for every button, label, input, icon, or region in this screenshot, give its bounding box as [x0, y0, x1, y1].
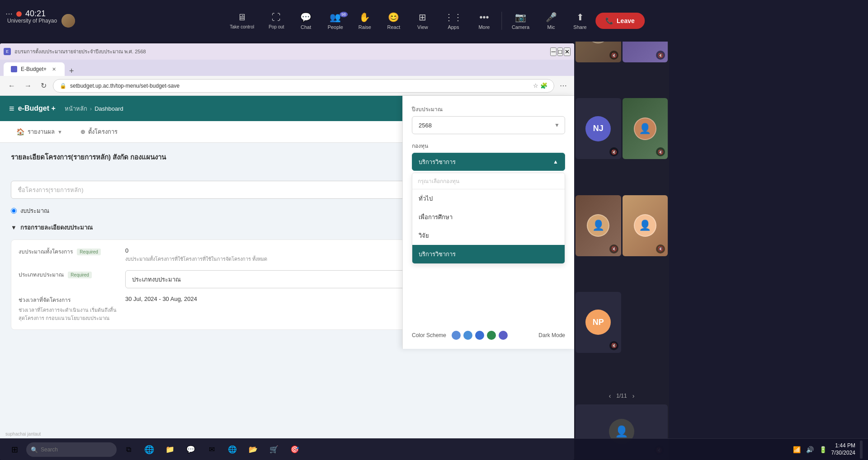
files-button[interactable]: 📂 [244, 441, 262, 459]
phone-icon: 📞 [605, 17, 613, 24]
network-icon[interactable]: 📶 [791, 444, 802, 455]
raise-button[interactable]: ✋ Raise [351, 9, 378, 33]
budget-radio[interactable] [11, 208, 17, 214]
chevron-down-icon-section: ▼ [11, 224, 17, 231]
dropdown-item-education[interactable]: เพื่อการศึกษา [412, 208, 565, 226]
dropdown-item-research[interactable]: วิจัย [412, 226, 565, 245]
taskbar-clock[interactable]: 1:44 PM 7/30/2024 [831, 442, 855, 456]
browser-tabbar: E-Budget+ ✕ + [0, 60, 574, 76]
university-name: University of Phayao [7, 18, 57, 24]
more-button[interactable]: ••• More [471, 9, 498, 33]
window-app-icon: E [4, 48, 11, 55]
take-control-icon: 🖥 [237, 12, 246, 23]
browser-button[interactable]: 🌐 [223, 441, 241, 459]
close-button[interactable]: ✕ [564, 47, 571, 56]
camera-button[interactable]: 📷 Camera [505, 9, 536, 33]
address-box[interactable]: 🔒 setbudget.up.ac.th/top-menu/set-budget… [53, 79, 554, 93]
fiscal-year-select[interactable]: 2568 [412, 116, 565, 134]
react-icon: 😊 [388, 12, 399, 23]
next-page-button[interactable]: › [632, 392, 635, 399]
browser-addressbar: ← → ↻ 🔒 setbudget.up.ac.th/top-menu/set-… [0, 76, 574, 96]
view-icon: ⊞ [419, 12, 426, 23]
back-button[interactable]: ← [5, 80, 18, 92]
leave-button[interactable]: 📞 Leave [595, 13, 645, 29]
participant-grid: 👤 🔇 🏛 🔇 NJ 🔇 [574, 0, 669, 389]
nj-avatar: NJ [585, 116, 611, 141]
forward-button[interactable]: → [22, 80, 34, 92]
fiscal-year-select-wrap: 2568 ▼ [412, 116, 565, 134]
teams-taskbar-button[interactable]: 💬 [182, 441, 200, 459]
budget-radio-label[interactable]: งบประมาณ [20, 206, 49, 216]
chat-icon: 💬 [300, 12, 311, 23]
reload-button[interactable]: ↻ [38, 80, 49, 92]
taskbar-search-wrap: 🔍 [26, 442, 117, 457]
prev-page-button[interactable]: ‹ [609, 392, 611, 399]
reports-nav-item[interactable]: 🏠 รายงานผล ▼ [11, 123, 68, 140]
panel-pagination: ‹ 1/11 › [574, 389, 669, 403]
setup-nav-item[interactable]: ⊕ ตั้งโครงการ [75, 123, 123, 140]
user-avatar[interactable] [61, 14, 75, 28]
app-button[interactable]: 🎯 [286, 441, 304, 459]
dropdown-item-general[interactable]: ทั่วไป [412, 189, 565, 208]
react-button[interactable]: 😊 React [380, 9, 407, 33]
tab-close-button[interactable]: ✕ [50, 66, 57, 73]
teams-toolbar: 🖥 Take control ⛶ Pop out 💬 Chat 👥 People… [223, 0, 645, 42]
dropdown-item-service[interactable]: บริการวิชาการ [412, 245, 565, 263]
fund-selected-value[interactable]: บริการวิชาการ ▲ [412, 153, 565, 171]
star-icon[interactable]: ☆ [533, 82, 538, 89]
edge-button[interactable]: 🌐 [140, 441, 158, 459]
divider [501, 12, 502, 30]
show-desktop-button[interactable] [860, 441, 863, 459]
more-dots[interactable]: ⋯ [5, 9, 13, 18]
browser-tab-active[interactable]: E-Budget+ ✕ [4, 62, 65, 76]
timer-display: 40:21 [25, 9, 46, 19]
color-dot-5[interactable] [499, 331, 508, 340]
participant-tile-5: 👤 🔇 [576, 195, 621, 256]
window-title-bar: E อบรมการตั้งงบประมาณรายจ่ายประจำปีงบประ… [4, 47, 547, 56]
required-badge: Required [77, 249, 101, 255]
task-view-button[interactable]: ⧉ [119, 441, 137, 459]
take-control-button[interactable]: 🖥 Take control [223, 9, 260, 32]
browser-menu-button[interactable]: ⋯ [558, 80, 569, 92]
volume-icon[interactable]: 🔊 [804, 444, 816, 455]
window-controls: ─ □ ✕ [550, 47, 571, 56]
pop-out-icon: ⛶ [272, 12, 281, 23]
color-dot-4[interactable] [487, 331, 496, 340]
share-button[interactable]: ⬆ Share [566, 9, 594, 33]
camera-off-icon: 📷 [515, 12, 526, 23]
color-dot-2[interactable] [463, 331, 472, 340]
teams-topbar: ⋯ 40:21 🖥 Take control ⛶ Pop out 💬 Chat … [0, 0, 868, 42]
store-button[interactable]: 🛒 [265, 441, 283, 459]
color-dot-1[interactable] [452, 331, 461, 340]
add-tab-button[interactable]: + [66, 66, 78, 76]
restore-button[interactable]: □ [557, 47, 563, 56]
taskbar: ⊞ 🔍 ⧉ 🌐 📁 💬 ✉ 🌐 📂 🛒 🎯 📶 🔊 🔋 1:44 PM 7/30… [0, 438, 868, 460]
mail-button[interactable]: ✉ [203, 441, 221, 459]
extensions-icon[interactable]: 🧩 [540, 82, 547, 89]
fund-search-input[interactable] [412, 173, 565, 189]
participant-tile-nj: NJ 🔇 [576, 98, 621, 159]
people-button[interactable]: 👥 People 98 [321, 9, 349, 33]
view-button[interactable]: ⊞ View [409, 9, 436, 33]
chat-button[interactable]: 💬 Chat [292, 9, 320, 33]
required-badge-2: Required [68, 272, 92, 278]
taskbar-search-input[interactable] [26, 442, 117, 457]
apps-button[interactable]: ⋮⋮ Apps [438, 9, 469, 33]
pop-out-button[interactable]: ⛶ Pop out [262, 9, 290, 32]
participant-mic-1: 🔇 [609, 51, 618, 60]
color-dot-3[interactable] [475, 331, 484, 340]
fiscal-year-section: ปีงบประมาณ 2568 ▼ [412, 105, 565, 134]
tab-favicon [11, 66, 17, 72]
lock-icon: 🔒 [60, 83, 66, 89]
battery-icon[interactable]: 🔋 [817, 444, 829, 455]
explorer-button[interactable]: 📁 [161, 441, 179, 459]
right-panel: ปีงบประมาณ 2568 ▼ กองทุน บริการวิชาการ ▲ [402, 96, 574, 349]
chevron-down-icon: ▼ [57, 129, 62, 135]
minimize-button[interactable]: ─ [550, 47, 556, 56]
presenter-name: suphachai jantaut [5, 432, 41, 437]
participant-mic-2: 🔇 [656, 51, 665, 60]
address-icons: ☆ 🧩 [533, 82, 547, 89]
mic-button[interactable]: 🎤 Mic [538, 9, 565, 33]
breadcrumb: หน้าหลัก › Dashboard [65, 104, 123, 113]
start-button[interactable]: ⊞ [5, 441, 24, 459]
